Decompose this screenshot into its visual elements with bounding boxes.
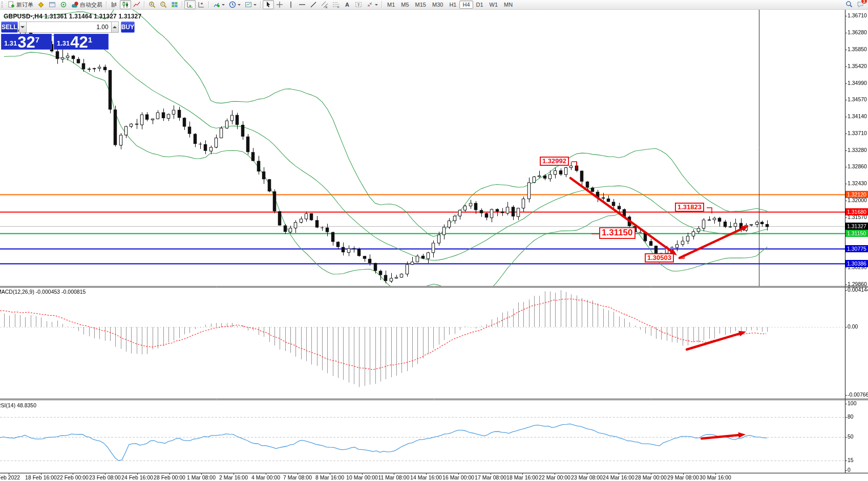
- time-tick-label: 16 Mar 00:00: [442, 474, 474, 480]
- buy-price-display[interactable]: 1.31421: [54, 34, 109, 50]
- horizontal-line-button[interactable]: [297, 0, 308, 9]
- search-icon: [845, 3, 853, 9]
- time-tick-label: 29 Mar 08:00: [667, 474, 699, 480]
- bar-chart-button[interactable]: [109, 0, 120, 9]
- notification-count-badge: 1: [861, 0, 867, 4]
- templates-icon: [245, 1, 252, 8]
- timeframe-w1-button[interactable]: W1: [486, 1, 501, 9]
- axis-tick-label: 0.004144: [848, 287, 868, 293]
- autotrading-icon: [71, 1, 78, 8]
- crosshair-icon: [276, 1, 283, 8]
- time-tick-label: 23 Feb 08:00: [89, 474, 121, 480]
- trendline-button[interactable]: [308, 0, 319, 9]
- triangle-down-icon: [20, 26, 25, 30]
- buy-button[interactable]: BUY: [121, 21, 135, 33]
- new-order-button[interactable]: 新订单: [6, 0, 35, 9]
- tile-windows-button[interactable]: [169, 0, 180, 9]
- time-tick-label: 8 Mar 16:00: [315, 474, 344, 480]
- zoom-out-button[interactable]: [158, 0, 169, 9]
- timeframe-m1-button[interactable]: M1: [384, 1, 398, 9]
- sell-button[interactable]: SELL: [1, 21, 18, 33]
- channel-icon: E: [321, 1, 328, 8]
- time-tick-label: 28 Mar 00:00: [635, 474, 667, 480]
- timeframe-d1-button[interactable]: D1: [473, 1, 486, 9]
- data-window-button[interactable]: [47, 0, 58, 9]
- sell-price-display[interactable]: 1.31327: [1, 34, 52, 50]
- time-tick-label: 30 Mar 16:00: [700, 474, 731, 480]
- navigator-button[interactable]: [58, 0, 69, 9]
- axis-tick-label: 1.34570: [848, 96, 867, 102]
- vertical-line-button[interactable]: [285, 0, 297, 9]
- axis-tick-label: 1.36710: [848, 12, 867, 18]
- axis-tick-label: 80: [848, 413, 854, 420]
- volume-increase-button[interactable]: [111, 21, 119, 33]
- candlestick-chart-icon: [122, 1, 129, 8]
- chevron-down-icon: [375, 4, 378, 7]
- toolbar-separator: [260, 1, 261, 8]
- fibonacci-button[interactable]: F: [330, 0, 342, 9]
- toolbar-grip: [2, 2, 4, 8]
- price-callout[interactable]: 1.31823: [675, 203, 704, 212]
- line-chart-button[interactable]: [131, 0, 142, 9]
- chart-shift-button[interactable]: [196, 0, 207, 9]
- time-tick-label: 24 Feb 16:00: [121, 474, 153, 480]
- horizontal-line-icon: [299, 1, 306, 8]
- autotrading-button[interactable]: 自动交易: [69, 0, 104, 9]
- timeframe-m30-button[interactable]: M30: [429, 1, 446, 9]
- zoom-in-button[interactable]: [146, 0, 158, 9]
- price-callout[interactable]: 1.30503: [645, 253, 674, 263]
- cursor-button[interactable]: [263, 0, 274, 9]
- notifications-button[interactable]: 1: [857, 1, 864, 9]
- cursor-icon: [265, 1, 272, 8]
- time-tick-label: 10 Mar 00:00: [346, 474, 378, 480]
- crosshair-button[interactable]: [274, 0, 285, 9]
- new-order-icon: [8, 1, 15, 8]
- timeframe-m5-button[interactable]: M5: [398, 1, 412, 9]
- indicators-button[interactable]: [211, 0, 227, 9]
- channel-button[interactable]: E: [319, 0, 330, 9]
- text-button[interactable]: A: [342, 0, 353, 9]
- text-label-button[interactable]: T: [353, 0, 364, 9]
- macd-indicator-label: MACD(12,26,9) -0.000453 -0.000815: [0, 289, 86, 295]
- main-toolbar: 新订单自动交易EFATM1M5M15M30H1H4D1W1MN1: [0, 0, 868, 10]
- buy-price-prefix: 1.31: [57, 39, 70, 47]
- volume-decrease-button[interactable]: [19, 21, 27, 33]
- candlestick-chart-button[interactable]: [120, 0, 131, 9]
- axis-tick-label: 1.35420: [848, 63, 867, 69]
- vertical-line-icon: [287, 1, 294, 8]
- chevron-down-icon: [253, 4, 257, 7]
- price-level-badge: 1.32120: [845, 191, 868, 198]
- rsi-indicator-label: RSI(14) 48.8350: [0, 402, 36, 408]
- timeframe-h4-button[interactable]: H4: [459, 1, 473, 9]
- zoom-out-icon: [160, 1, 167, 8]
- buy-price-main: 42: [70, 36, 88, 49]
- volume-input[interactable]: [27, 21, 111, 33]
- periods-icon: [229, 1, 236, 8]
- profiles-button[interactable]: [35, 0, 47, 9]
- timeframe-mn-button[interactable]: MN: [501, 1, 516, 9]
- chart-canvas[interactable]: [0, 0, 868, 481]
- price-level-badge: 1.30775: [845, 245, 868, 252]
- periods-button[interactable]: [227, 0, 243, 9]
- svg-text:T: T: [357, 3, 360, 7]
- axis-tick-label: 0: [848, 467, 851, 473]
- auto-scroll-button[interactable]: [184, 0, 196, 9]
- price-level-badge: 1.30386: [845, 260, 868, 267]
- templates-button[interactable]: [243, 0, 259, 9]
- text-icon: A: [344, 1, 351, 8]
- time-tick-label: 2 Mar 16:00: [219, 474, 248, 480]
- timeframe-h1-button[interactable]: H1: [446, 1, 459, 9]
- arrows-button[interactable]: [364, 0, 380, 9]
- search-button[interactable]: [845, 1, 853, 9]
- price-level-badge: 1.31327: [845, 223, 868, 230]
- toolbar-separator: [182, 1, 183, 8]
- buy-price-pip: 1: [88, 35, 92, 44]
- price-callout[interactable]: 1.32992: [540, 157, 569, 166]
- price-callout[interactable]: 1.31150: [599, 227, 636, 239]
- time-tick-label: 7 Mar 08:00: [283, 474, 312, 480]
- timeframe-m15-button[interactable]: M15: [412, 1, 429, 9]
- auto-scroll-icon: [186, 1, 194, 8]
- arrows-icon: [366, 1, 373, 8]
- chevron-down-icon: [222, 4, 225, 7]
- data-window-icon: [49, 1, 56, 8]
